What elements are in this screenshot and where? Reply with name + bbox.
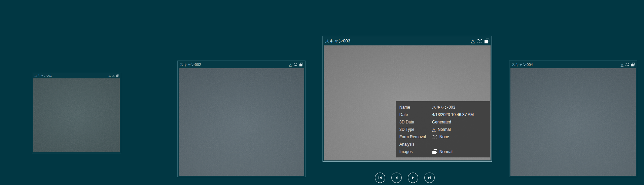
form-removal-icon: [625, 63, 629, 67]
info-label: Analysis: [399, 142, 432, 147]
info-value-text: None: [439, 135, 449, 139]
info-value: スキャン003: [432, 105, 455, 110]
first-button[interactable]: [375, 173, 385, 183]
card-status-icons: △: [621, 63, 635, 67]
noise-texture: [33, 78, 120, 152]
info-label: Name: [399, 105, 432, 110]
card-status-icons: △: [471, 38, 490, 44]
images-icon: [432, 149, 437, 154]
info-value: None: [432, 134, 449, 140]
info-value-text: スキャン003: [432, 105, 455, 110]
noise-texture: [179, 68, 304, 176]
info-label: Images: [399, 149, 432, 154]
card-image: [179, 68, 304, 176]
info-value-text: Normal: [438, 127, 451, 132]
previous-icon: [394, 176, 399, 180]
images-icon: [116, 74, 119, 77]
card-title: スキャン001: [34, 74, 52, 78]
info-row: Date 4/13/2023 10:46:37 AM: [399, 111, 487, 118]
info-value-text: Normal: [439, 149, 453, 154]
3d-type-triangle-icon: △: [432, 127, 436, 132]
card-titlebar: スキャン002 △: [178, 61, 305, 68]
info-value-text: Generated: [432, 120, 451, 124]
info-value: △ Normal: [432, 127, 451, 132]
card-image: [33, 78, 120, 152]
info-value: Normal: [432, 149, 453, 154]
info-value: 4/13/2023 10:46:37 AM: [432, 112, 474, 117]
scan-card-002[interactable]: スキャン002 △: [177, 61, 306, 177]
form-removal-icon: [432, 134, 437, 140]
3d-type-triangle-icon: △: [621, 63, 623, 67]
scan-card-001[interactable]: スキャン001 △: [32, 73, 121, 153]
form-removal-icon: [112, 74, 115, 77]
info-row: Form Removal None: [399, 133, 487, 141]
card-title: スキャン003: [325, 38, 350, 44]
next-icon: [411, 176, 415, 180]
card-titlebar: スキャン001 △: [32, 73, 121, 78]
info-row: 3D Data Generated: [399, 118, 487, 126]
scan-card-003[interactable]: スキャン003 △ Name スキャン003 Date 4/13/2023 10…: [323, 36, 492, 162]
3d-type-triangle-icon: △: [289, 63, 292, 67]
skip-last-icon: [427, 176, 432, 180]
form-removal-icon: [293, 63, 297, 67]
info-label: Date: [399, 112, 432, 117]
card-status-icons: △: [289, 63, 303, 67]
card-titlebar: スキャン003 △: [323, 36, 492, 45]
images-icon: [631, 63, 635, 67]
last-button[interactable]: [424, 173, 435, 183]
card-title: スキャン002: [180, 62, 201, 67]
info-row: Analysis: [399, 141, 487, 148]
info-row: Name スキャン003: [399, 104, 487, 111]
info-label: 3D Type: [399, 127, 432, 132]
next-button[interactable]: [408, 173, 418, 183]
card-title: スキャン004: [511, 62, 533, 67]
info-label: 3D Data: [399, 120, 432, 124]
images-icon: [484, 38, 490, 44]
info-label: Form Removal: [399, 135, 432, 139]
scan-card-004[interactable]: スキャン004 △: [509, 61, 637, 177]
card-image: [510, 68, 636, 176]
scan-info-panel: Name スキャン003 Date 4/13/2023 10:46:37 AM …: [396, 101, 490, 157]
info-value-text: 4/13/2023 10:46:37 AM: [432, 112, 474, 117]
images-icon: [299, 63, 303, 67]
skip-first-icon: [378, 176, 382, 180]
previous-button[interactable]: [391, 173, 402, 183]
card-status-icons: △: [109, 74, 119, 77]
info-row: 3D Type △ Normal: [399, 126, 487, 133]
carousel-nav: [375, 173, 435, 183]
3d-type-triangle-icon: △: [109, 74, 111, 77]
info-value: Generated: [432, 120, 451, 124]
form-removal-icon: [477, 38, 482, 44]
3d-type-triangle-icon: △: [471, 38, 475, 43]
card-titlebar: スキャン004 △: [509, 61, 637, 68]
noise-texture: [510, 68, 636, 176]
info-row: Images Normal: [399, 148, 487, 155]
